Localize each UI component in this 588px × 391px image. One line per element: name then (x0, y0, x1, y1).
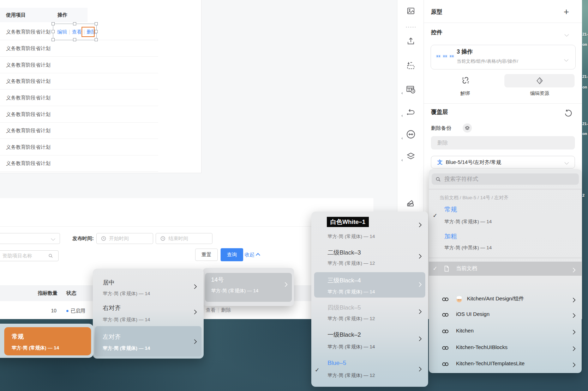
row-divider (0, 155, 158, 155)
link-icon (441, 295, 450, 304)
collapse-link[interactable]: 收起 (245, 252, 259, 258)
library-label: Kitchen-TechUITemplatesLite (456, 360, 524, 366)
chevron-right-icon (418, 222, 421, 228)
desktop-label-fragment: 21- (582, 122, 588, 126)
chevron-down-icon (51, 236, 55, 241)
menu-item-white1[interactable]: 白色White–1 (327, 217, 369, 227)
chevron-up-icon (256, 253, 260, 258)
menu-item-center[interactable]: 居中 (103, 279, 115, 287)
table-row[interactable]: 义务教育阶段省计划 (6, 128, 77, 135)
reset-button[interactable]: 重置 (195, 249, 218, 261)
selection-handle[interactable] (52, 22, 55, 25)
overlay-section-title: 覆盖层 (431, 109, 448, 116)
selection-handle[interactable] (95, 38, 98, 41)
selection-handle[interactable] (95, 30, 98, 33)
edit-resource-button[interactable] (504, 74, 575, 87)
menu-item-detail: 苹方-简 (常规体) — 14 (12, 345, 59, 351)
library-item-current-doc[interactable]: ✓ 当前文档 (429, 262, 582, 276)
selection-handle[interactable] (73, 38, 76, 41)
unbind-label[interactable]: 解绑 (461, 90, 470, 97)
restore-icon[interactable] (564, 109, 573, 118)
chevron-right-icon (571, 297, 575, 303)
menu-item-detail: 苹方-简 (常规体) — 14 (103, 345, 150, 352)
swatch-icon[interactable] (406, 197, 416, 208)
unbind-icon[interactable] (460, 75, 471, 86)
menu-item-regular[interactable]: 常规 (12, 332, 24, 341)
style-option-regular[interactable]: 常规 (444, 205, 457, 214)
col-header-metric: 指标数量 (38, 290, 66, 297)
filter-select[interactable] (0, 233, 60, 244)
menu-item-right[interactable]: 右对齐 (103, 304, 121, 312)
delete-backup-input[interactable]: 删除 (431, 136, 575, 149)
chevron-down-icon (565, 56, 568, 62)
component-path: 当前文档/组件/表格/内容/操作/ (457, 58, 518, 65)
character-style-dropdown: 搜索字符样式 当前文档 / Blue-5 / 14号 / 左对齐 ✓ 常规 苹方… (429, 169, 582, 373)
clock-icon (160, 236, 166, 241)
chevron-right-icon (283, 281, 287, 288)
component-table-icon[interactable] (406, 84, 416, 95)
search-icon (435, 176, 441, 182)
start-time-input[interactable]: 开始时间 (96, 233, 153, 244)
menu-item-detail: 苹方-简 (常规体) — 14 (328, 344, 375, 350)
export-icon[interactable] (406, 36, 416, 47)
col-header-project: 使用项目 (6, 12, 58, 18)
component-card[interactable]: 3 操作 当前文档/组件/表格/内容/操作/ (431, 45, 576, 69)
table-row[interactable]: 义务教育阶段省计划 (6, 111, 77, 118)
menu-item-left[interactable]: 左对齐 (103, 333, 121, 341)
style-option-bold[interactable]: 加粗 (444, 232, 457, 240)
chevron-right-icon (193, 309, 196, 315)
menu-item-14[interactable]: 14号 (211, 276, 224, 284)
menu-item-black3[interactable]: 二级Black–3 (328, 249, 361, 257)
table-row[interactable]: 义务教育阶段省计划 (6, 160, 77, 167)
link-icon (441, 327, 450, 336)
table-row[interactable]: 义务教育阶段省计划 (6, 78, 77, 85)
component-name: 3 操作 (457, 48, 473, 56)
selection-handle[interactable] (73, 22, 76, 25)
selection-handle[interactable] (52, 30, 55, 33)
align-menu: 居中 苹方-简 (常规体) — 14 右对齐 苹方-简 (常规体) — 14 左… (93, 269, 204, 359)
table-row[interactable]: 义务教育阶段省计划 (6, 62, 77, 69)
view-link[interactable]: 查看 (206, 307, 216, 313)
backup-layers-icon[interactable] (463, 123, 472, 133)
selection-handle[interactable] (95, 22, 98, 25)
menu-item-detail: 苹方-简 (常规体) — 14 (103, 291, 150, 297)
artboard-table: 使用项目 操作 义务教育阶段省计划 义务教育阶段省计划 义务教育阶段省计划 义务… (0, 0, 202, 173)
text-style-selector[interactable]: 文 Blue-5/14号/左对齐/常规 (431, 156, 575, 169)
menu-item-black4[interactable]: 三级Black–4 (328, 276, 361, 285)
collapse-widget-button[interactable] (565, 31, 568, 37)
style-search-placeholder: 搜索字符样式 (444, 176, 478, 183)
edit-resource-label[interactable]: 编辑资源 (530, 90, 549, 97)
end-time-input[interactable]: 结束时间 (156, 233, 212, 244)
menu-item-black5-disabled[interactable]: 四级Black–5 (328, 304, 361, 312)
selection-handle[interactable] (52, 38, 55, 41)
media-icon[interactable] (406, 6, 416, 16)
status-cell: 已启用 (66, 308, 85, 314)
menu-item-blue5[interactable]: Blue–5 (328, 360, 346, 367)
row-divider (0, 139, 158, 139)
search-icon (48, 253, 53, 258)
table-row[interactable]: 义务教育阶段省计划 (6, 95, 77, 102)
slider-circle-icon[interactable] (406, 129, 416, 140)
flyout-indicator (401, 115, 404, 117)
more-dots-icon[interactable] (406, 22, 416, 32)
menu-item-left-highlight[interactable] (95, 326, 202, 356)
menu-item-black2[interactable]: 一级Black–2 (328, 331, 361, 339)
frame-arrow-icon[interactable] (406, 60, 416, 71)
connector-icon[interactable] (406, 107, 416, 117)
divider (424, 103, 582, 104)
table-row[interactable]: 义务教育阶段省计划 (6, 144, 77, 151)
delete-placeholder: 删除 (437, 140, 448, 146)
table-row[interactable]: 义务教育阶段省计划 (6, 45, 77, 53)
project-search-input[interactable]: 资助项目名称 (0, 250, 59, 261)
menu-item-regular-highlight[interactable] (4, 327, 91, 355)
link-icon (441, 360, 450, 368)
style-search-input[interactable]: 搜索字符样式 (432, 173, 579, 185)
divider (429, 189, 582, 189)
delete-link[interactable]: 删除 (221, 307, 231, 313)
layers-icon[interactable] (406, 151, 416, 162)
query-button[interactable]: 查询 (221, 248, 243, 261)
text-style-value: Blue-5/14号/左对齐/常规 (446, 159, 501, 166)
add-prototype-button[interactable]: + (564, 7, 569, 16)
chevron-right-icon (571, 362, 575, 368)
clock-icon (101, 236, 106, 241)
